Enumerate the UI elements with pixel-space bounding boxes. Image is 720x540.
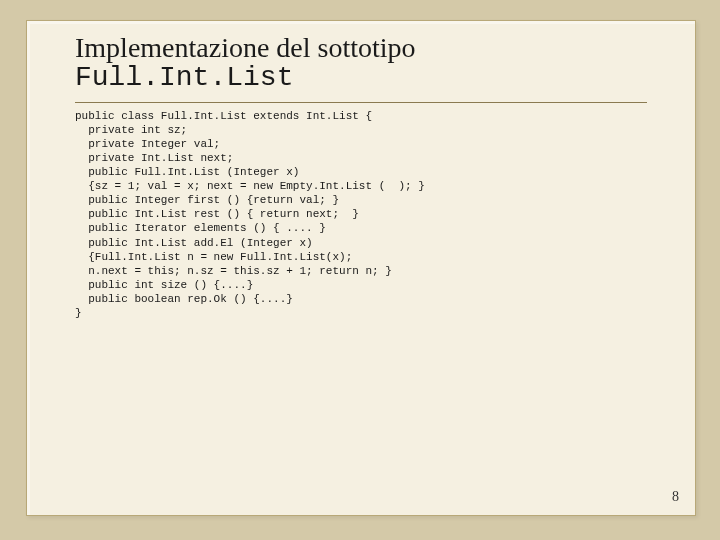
code-line: public Integer first () {return val; } xyxy=(75,194,339,206)
page-number: 8 xyxy=(672,489,679,505)
code-line: private Integer val; xyxy=(75,138,220,150)
code-line: public Int.List rest () { return next; } xyxy=(75,208,359,220)
code-line: } xyxy=(75,307,82,319)
slide-title: Implementazione del sottotipo Full.Int.L… xyxy=(27,21,695,98)
code-line: public int size () {....} xyxy=(75,279,253,291)
code-line: public boolean rep.Ok () {....} xyxy=(75,293,293,305)
code-line: public Full.Int.List (Integer x) xyxy=(75,166,299,178)
title-line-1: Implementazione del sottotipo xyxy=(75,33,647,64)
code-line: public class Full.Int.List extends Int.L… xyxy=(75,110,372,122)
code-line: private Int.List next; xyxy=(75,152,233,164)
code-line: {Full.Int.List n = new Full.Int.List(x); xyxy=(75,251,352,263)
code-line: n.next = this; n.sz = this.sz + 1; retur… xyxy=(75,265,392,277)
slide-frame: Implementazione del sottotipo Full.Int.L… xyxy=(26,20,696,516)
code-line: public Iterator elements () { .... } xyxy=(75,222,326,234)
code-line: {sz = 1; val = x; next = new Empty.Int.L… xyxy=(75,180,425,192)
code-line: public Int.List add.El (Integer x) xyxy=(75,237,313,249)
title-line-2: Full.Int.List xyxy=(75,64,647,92)
code-line: private int sz; xyxy=(75,124,187,136)
code-block: public class Full.Int.List extends Int.L… xyxy=(27,103,695,320)
